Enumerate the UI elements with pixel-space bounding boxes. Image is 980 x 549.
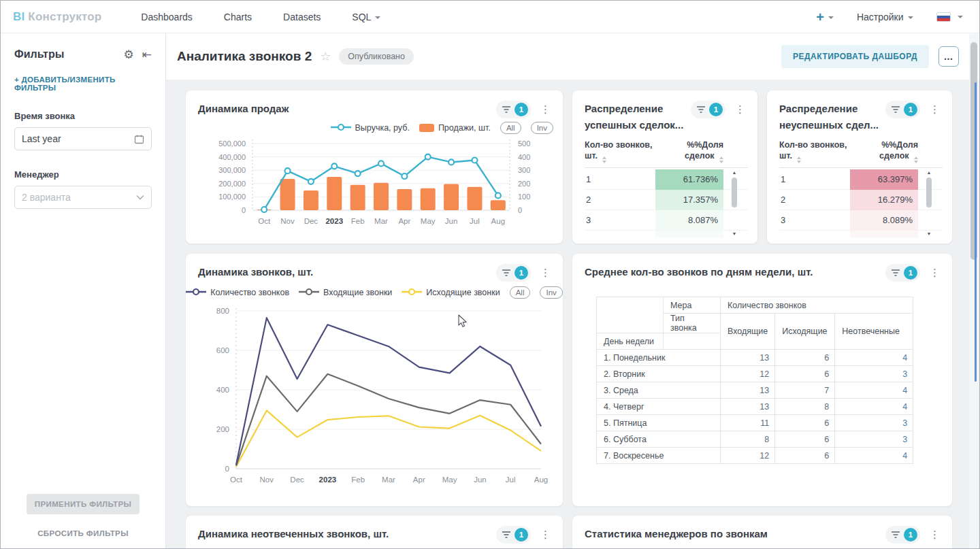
svg-text:Feb: Feb [351, 476, 365, 484]
filter-indicator[interactable]: 1 [691, 101, 725, 118]
scroll-down-icon[interactable]: ▼ [925, 231, 933, 237]
more-actions-button[interactable]: … [938, 46, 959, 67]
column-header-share[interactable]: %%Долясделок [850, 139, 918, 163]
legend-item[interactable]: Входящие звонки [299, 288, 392, 298]
filter-indicator[interactable]: 1 [496, 101, 531, 118]
kebab-menu-icon[interactable]: ⋮ [732, 101, 748, 118]
gear-icon[interactable]: ⚙ [124, 49, 134, 61]
column-header-calls[interactable]: Кол-во звонков,шт. [779, 139, 850, 163]
table-row[interactable]: 217.357% [585, 190, 748, 210]
svg-text:200,000: 200,000 [218, 180, 246, 188]
legend-toggle-inv[interactable]: Inv [531, 122, 553, 134]
nav-item-charts[interactable]: Charts [224, 12, 252, 22]
filter-indicator[interactable]: 1 [885, 526, 920, 544]
table-row[interactable]: 3. Среда1374 [597, 382, 913, 399]
table-header: Кол-во звонков,шт. %%Долясделок [779, 139, 943, 168]
apply-filters-button[interactable]: ПРИМЕНИТЬ ФИЛЬТРЫ [27, 494, 140, 514]
legend-toggle-inv[interactable]: Inv [540, 286, 562, 299]
table-row[interactable]: 7. Воскресенье1264 [597, 448, 913, 464]
legend-line-marker [299, 288, 319, 298]
collapse-sidebar-icon[interactable]: ⇤ [142, 49, 152, 61]
column-header-calls[interactable]: Кол-во звонков,шт. [585, 139, 655, 163]
legend-item[interactable]: Выручка, руб. [331, 123, 410, 133]
calendar-icon [134, 134, 144, 144]
kebab-menu-icon[interactable]: ⋮ [538, 264, 553, 282]
filters-sidebar: Фильтры ⚙ ⇤ + ДОБАВИТЬ/ИЗМЕНИТЬ ФИЛЬТРЫ … [1, 33, 166, 549]
calls-line-chart[interactable]: 0200400600800OctNovDec2023FebMarAprMayJu… [198, 303, 552, 488]
legend-item[interactable]: Исходящие звонки [402, 288, 500, 298]
kebab-menu-icon[interactable]: ⋮ [538, 101, 553, 118]
sort-icon[interactable] [719, 156, 723, 163]
cell-value: 3 [835, 366, 913, 382]
table-row[interactable]: 5. Пятница1163 [597, 415, 913, 431]
sort-icon[interactable] [797, 156, 801, 163]
scroll-down-icon[interactable]: ▼ [730, 231, 738, 237]
legend-item[interactable]: Продажи, шт. [419, 123, 491, 133]
filter-icon [891, 531, 900, 539]
kebab-menu-icon[interactable]: ⋮ [927, 264, 943, 282]
legend-toggle-all[interactable]: All [510, 286, 531, 299]
filter-icon [696, 105, 706, 114]
scrollbar-thumb[interactable] [732, 178, 737, 207]
svg-text:Oct: Oct [258, 217, 271, 225]
svg-text:Dec: Dec [290, 476, 304, 484]
add-edit-filters-link[interactable]: + ДОБАВИТЬ/ИЗМЕНИТЬ ФИЛЬТРЫ [14, 76, 152, 92]
scroll-up-icon[interactable]: ▲ [730, 169, 738, 176]
filter-indicator[interactable]: 1 [885, 101, 920, 118]
cell-calls-count: 4 [585, 235, 655, 237]
table-row[interactable]: 6. Суббота863 [597, 431, 913, 448]
filter-count-badge: 1 [514, 266, 528, 280]
call-type-col-header[interactable]: Неотвеченные [835, 314, 913, 350]
cell-deal-share: 4.734% [655, 231, 723, 238]
nav-item-sql[interactable]: SQL [352, 12, 380, 22]
legend-item[interactable]: Количество звонков [186, 288, 289, 298]
kebab-menu-icon[interactable]: ⋮ [538, 526, 553, 544]
call-type-col-header[interactable]: Входящие [721, 314, 775, 350]
table-row[interactable]: 1. Понедельник1364 [597, 350, 913, 366]
manager-filter-select[interactable]: 2 варианта [14, 186, 152, 209]
scroll-up-icon[interactable]: ▲ [925, 169, 933, 176]
cell-value: 6 [775, 366, 835, 382]
settings-menu[interactable]: Настройки [857, 12, 913, 22]
table-row[interactable]: 44.049% [779, 231, 943, 237]
column-header-share[interactable]: %%Долясделок [655, 139, 723, 163]
language-menu[interactable] [936, 11, 963, 23]
app-logo[interactable]: BI Конструктор [13, 10, 101, 24]
table-row[interactable]: 38.087% [585, 210, 748, 231]
time-filter-input[interactable]: Last year [14, 127, 152, 150]
sales-combo-chart[interactable]: 00100,000100200,000200300,000300400,0004… [198, 135, 552, 236]
table-row[interactable]: 38.089% [779, 210, 943, 231]
svg-text:300: 300 [518, 166, 530, 174]
filter-indicator[interactable]: 1 [496, 264, 531, 282]
filter-indicator[interactable]: 1 [496, 526, 531, 544]
nav-item-label: SQL [352, 12, 371, 22]
table-row[interactable]: 4. Четверг1384 [597, 399, 913, 415]
table-row[interactable]: 216.279% [779, 190, 943, 210]
favorite-star-icon[interactable]: ☆ [320, 49, 331, 64]
kebab-menu-icon[interactable]: ⋮ [927, 526, 943, 544]
cell-day: 5. Пятница [597, 415, 721, 431]
sort-icon[interactable] [914, 156, 918, 163]
table-scrollbar[interactable]: ▲▼ [925, 169, 933, 237]
table-row[interactable]: 2. Вторник1263 [597, 366, 913, 382]
nav-item-datasets[interactable]: Datasets [283, 12, 321, 22]
reset-filters-button[interactable]: СБРОСИТЬ ФИЛЬТРЫ [1, 529, 165, 537]
nav-item-dashboards[interactable]: Dashboards [141, 12, 193, 22]
edit-dashboard-button[interactable]: РЕДАКТИРОВАТЬ ДАШБОРД [781, 45, 929, 68]
table-row[interactable]: 44.734% [585, 231, 748, 237]
kebab-menu-icon[interactable]: ⋮ [927, 101, 943, 118]
cell-deal-share: 8.087% [655, 210, 723, 231]
call-type-col-header[interactable]: Исходящие [775, 314, 835, 350]
page-scrollbar[interactable] [969, 34, 979, 549]
legend-toggle-all[interactable]: All [500, 122, 521, 134]
scrollbar-thumb[interactable] [926, 178, 932, 207]
add-new-menu[interactable]: + [816, 10, 834, 24]
table-scrollbar[interactable]: ▲▼ [730, 169, 738, 237]
table-row[interactable]: 161.736% [585, 169, 748, 190]
status-badge: Опубликовано [339, 48, 414, 65]
cell-value: 6 [775, 431, 835, 448]
table-row[interactable]: 163.397% [779, 169, 943, 190]
filter-indicator[interactable]: 1 [885, 264, 920, 282]
cell-day: 1. Понедельник [597, 350, 721, 366]
sort-icon[interactable] [602, 156, 606, 163]
